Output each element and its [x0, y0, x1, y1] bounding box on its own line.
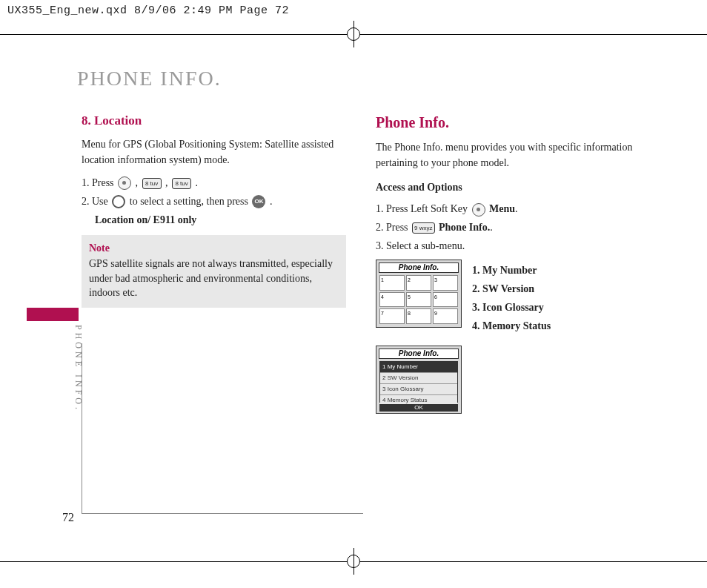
key-8-icon: 8 tuv	[172, 178, 191, 189]
location-heading: 8. Location	[82, 111, 346, 131]
phone-info-intro: The Phone Info. menu provides you with s…	[376, 139, 640, 171]
screenshot-softkey: OK	[379, 404, 458, 412]
phone-screenshot-list: Phone Info. 1 My Number 2 SW Version 3 I…	[376, 346, 462, 414]
phone-screenshot-grid: Phone Info. 1 2 3 4 5 6 7 8 9	[376, 260, 462, 328]
phone-info-step-2: 2. Press 9 wxyz Phone Info..	[376, 219, 640, 235]
right-column: Phone Info. The Phone Info. menu provide…	[376, 111, 640, 414]
location-intro: Menu for GPS (Global Positioning System:…	[82, 136, 346, 168]
submenu-item: 3. Icon Glossary	[472, 300, 551, 315]
side-tab-accent	[27, 308, 79, 321]
page-content: PHONE INFO. 8. Location Menu for GPS (Gl…	[30, 44, 677, 536]
crop-mark-bottom	[0, 548, 707, 575]
crop-header: UX355_Eng_new.qxd 8/9/06 2:49 PM Page 72	[7, 4, 289, 17]
ok-key-icon: OK	[252, 195, 265, 208]
location-setting-options: Location on/ E911 only	[95, 212, 346, 228]
key-8-icon: 8 tuv	[142, 178, 162, 189]
submenu-item: 4. Memory Status	[472, 318, 551, 334]
screenshot-title: Phone Info.	[379, 262, 459, 273]
note-title: Note	[89, 241, 339, 256]
phone-info-heading: Phone Info.	[376, 111, 640, 133]
location-step-1: 1. Press , 8 tuv , 8 tuv .	[82, 175, 346, 191]
phone-info-step-1: 1. Press Left Soft Key Menu.	[376, 201, 640, 217]
key-9-icon: 9 wxyz	[412, 222, 434, 234]
location-step-2: 2. Use to select a setting, then press O…	[82, 194, 346, 209]
access-options-heading: Access and Options	[376, 179, 640, 195]
page-number: 72	[62, 511, 74, 524]
submenu-item: 2. SW Version	[472, 281, 551, 297]
note-body: GPS satellite signals are not always tra…	[89, 258, 333, 298]
screenshot-title: Phone Info.	[379, 348, 459, 359]
left-column: 8. Location Menu for GPS (Global Positio…	[82, 111, 346, 414]
submenu-list: 1. My Number 2. SW Version 3. Icon Gloss…	[472, 260, 551, 337]
phone-info-step-3: 3. Select a sub-menu.	[376, 238, 640, 254]
crop-mark-top	[0, 21, 707, 47]
soft-key-icon	[472, 203, 485, 217]
page-title: PHONE INFO.	[77, 67, 640, 90]
footer-rule	[82, 513, 363, 514]
soft-key-icon	[118, 176, 131, 190]
footer-rule-vertical	[82, 343, 82, 514]
submenu-item: 1. My Number	[472, 262, 551, 278]
nav-key-icon	[112, 195, 125, 208]
note-box: Note GPS satellite signals are not alway…	[82, 235, 346, 308]
